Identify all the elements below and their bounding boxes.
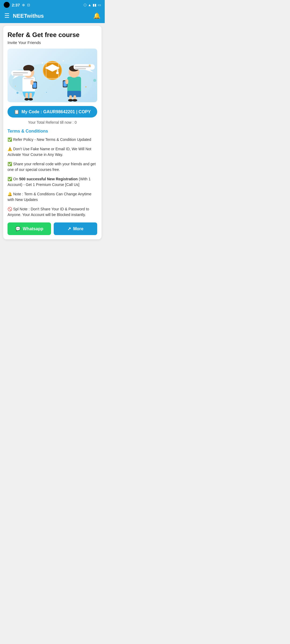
svg-marker-35 (85, 70, 93, 72)
svg-rect-7 (33, 82, 37, 88)
bottom-buttons: 💬 Whatsapp ↗ More (8, 222, 97, 235)
copy-code-button[interactable]: 📋 My Code : GAUR98642201 | COPY (8, 106, 97, 118)
app-header: ☰ NEETwithus 🔔 (0, 10, 105, 23)
bell-icon[interactable]: 🔔 (93, 12, 100, 19)
svg-rect-5 (24, 78, 34, 79)
card-title: Refer & Get free course (8, 31, 97, 39)
location-icon: ⊕ (22, 3, 25, 7)
terms-item-5: 🔔 Note : Term & Conditions Can Change An… (8, 191, 97, 203)
terms-text-4: On 500 successful New Registration (With… (8, 177, 91, 187)
svg-point-43 (16, 92, 18, 94)
terms-title: Terms & Conditions (8, 129, 97, 134)
warning-icon-1: ⚠️ (8, 147, 12, 151)
check-icon-3: ✅ (8, 177, 12, 181)
bell-warn-icon: 🔔 (8, 192, 12, 196)
header-left: ☰ NEETwithus (4, 12, 44, 19)
copy-icon: 📋 (14, 109, 19, 114)
terms-item-1: ✅ Refer Policy - New Terms & Condition U… (8, 137, 97, 142)
terms-text-2: Don't Use Fake Name or Email ID, We Will… (8, 147, 91, 157)
status-time: 2:37 (12, 3, 20, 7)
wifi-icon: ▲ (88, 3, 91, 7)
svg-rect-18 (65, 79, 68, 84)
terms-text-5: Note : Term & Conditions Can Change Anyt… (8, 192, 91, 202)
battery-icon: ▭ (98, 3, 101, 7)
svg-point-23 (72, 99, 77, 101)
svg-rect-37 (75, 68, 86, 69)
terms-item-4: ✅ On 500 successful New Registration (Wi… (8, 176, 97, 188)
status-right: ⬡ ▲ ▮▮ ▭ (84, 3, 101, 7)
svg-text:•: • (46, 91, 47, 93)
card-subtitle: Invite Your Friends (8, 40, 97, 45)
main-card: Refer & Get free course Invite Your Frie… (3, 26, 102, 239)
svg-point-45 (93, 79, 96, 82)
svg-rect-36 (75, 66, 91, 67)
referral-count: Your Total Referral till now : 0 (8, 120, 97, 125)
sync-icon: ⊡ (27, 3, 30, 7)
terms-text-6: Spl Note : Don't Share Your ID & Passwor… (8, 207, 89, 217)
whatsapp-button[interactable]: 💬 Whatsapp (8, 222, 51, 235)
status-left: 2:37 ⊕ ⊡ (4, 2, 30, 8)
terms-list: ✅ Refer Policy - New Terms & Condition U… (8, 137, 97, 218)
svg-text:✦: ✦ (85, 86, 87, 88)
check-icon-2: ✅ (8, 162, 12, 166)
check-icon-1: ✅ (8, 137, 12, 142)
svg-rect-33 (13, 74, 23, 75)
more-label: More (73, 226, 83, 231)
terms-text-1: Refer Policy - New Terms & Condition Upd… (13, 137, 91, 142)
status-bar: 2:37 ⊕ ⊡ ⬡ ▲ ▮▮ ▭ (0, 0, 105, 10)
whatsapp-label: Whatsapp (23, 226, 43, 231)
svg-point-44 (89, 64, 90, 66)
svg-point-12 (28, 98, 33, 100)
svg-point-11 (24, 98, 29, 100)
terms-text-3: Share your referral code with your frien… (8, 162, 96, 172)
terms-item-3: ✅ Share your referral code with your fri… (8, 161, 97, 173)
more-button[interactable]: ↗ More (54, 222, 97, 235)
status-camera (4, 2, 10, 8)
svg-text:✦: ✦ (62, 60, 64, 62)
copy-code-label: My Code : GAUR98642201 | COPY (21, 109, 91, 114)
svg-text:•: • (15, 85, 16, 87)
svg-rect-8 (30, 80, 33, 85)
terms-item-2: ⚠️ Don't Use Fake Name or Email ID, We W… (8, 146, 97, 158)
share-icon: ↗ (67, 226, 71, 231)
block-icon: 🚫 (8, 207, 12, 211)
terms-item-6: 🚫 Spl Note : Don't Share Your ID & Passw… (8, 206, 97, 218)
whatsapp-icon: 💬 (15, 226, 21, 231)
signal-icon: ▮▮ (93, 3, 96, 7)
svg-point-28 (56, 72, 59, 74)
svg-rect-32 (13, 72, 28, 74)
svg-rect-13 (67, 77, 81, 93)
hamburger-icon[interactable]: ☰ (4, 12, 10, 19)
svg-text:✦: ✦ (41, 61, 44, 65)
notification-dot-icon: ⬡ (84, 3, 86, 7)
app-title: NEETwithus (13, 13, 44, 19)
refer-illustration: ✦ ✦ • ✦ • (8, 49, 97, 102)
